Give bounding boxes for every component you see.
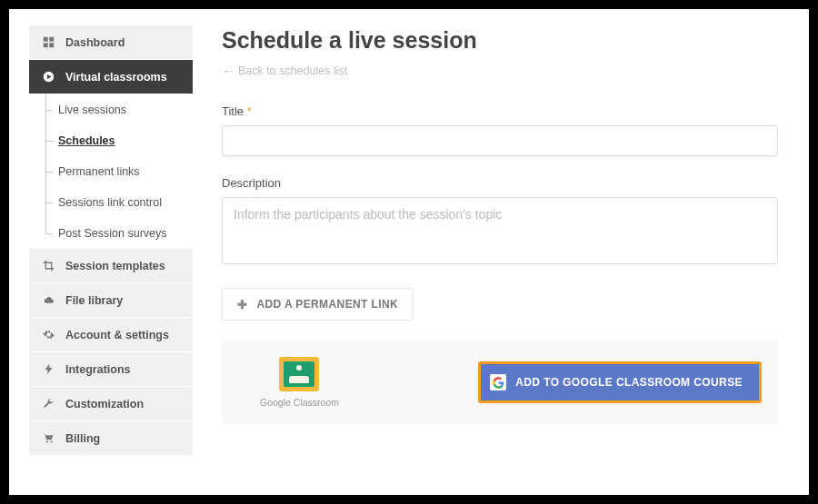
sidebar-sub-sessions-link-control[interactable]: Sessions link control xyxy=(45,187,193,218)
svg-point-8 xyxy=(50,441,52,443)
google-classroom-button-highlight: ADD TO GOOGLE CLASSROOM COURSE xyxy=(478,361,762,403)
sidebar-sub-permanent-links[interactable]: Permanent links xyxy=(45,156,193,187)
google-classroom-caption: Google Classroom xyxy=(260,397,339,408)
cart-icon xyxy=(40,432,56,444)
sidebar-item-customization[interactable]: Customization xyxy=(29,387,193,421)
description-field: Description xyxy=(222,176,778,268)
sidebar-sub-label: Schedules xyxy=(58,134,115,147)
sidebar-subnav-virtual: Live sessions Schedules Permanent links … xyxy=(29,94,193,249)
back-link-label: Back to schedules list xyxy=(238,64,347,77)
plus-icon: ✚ xyxy=(237,298,247,311)
page-title: Schedule a live session xyxy=(222,27,778,54)
required-mark: * xyxy=(247,104,252,118)
svg-point-7 xyxy=(45,441,47,443)
sidebar-item-label: Dashboard xyxy=(65,36,125,49)
add-permanent-link-button[interactable]: ✚ ADD A PERMANENT LINK xyxy=(222,288,414,321)
gear-icon xyxy=(40,329,56,341)
sidebar-sub-label: Post Session surveys xyxy=(58,227,167,240)
wrench-icon xyxy=(40,398,56,410)
sidebar: Dashboard Virtual classrooms Live sessio… xyxy=(29,25,193,495)
google-classroom-panel: Google Classroom ADD TO GOOGLE CLASSROOM… xyxy=(222,341,778,424)
add-to-google-classroom-button[interactable]: ADD TO GOOGLE CLASSROOM COURSE xyxy=(481,364,759,400)
sidebar-sub-label: Permanent links xyxy=(58,165,140,178)
sidebar-sub-label: Sessions link control xyxy=(58,196,162,209)
main-content: Schedule a live session ← Back to schedu… xyxy=(193,25,789,495)
sidebar-item-billing[interactable]: Billing xyxy=(29,421,193,456)
svg-rect-2 xyxy=(43,43,47,47)
google-classroom-logo-icon xyxy=(279,357,319,391)
google-g-icon xyxy=(490,374,506,390)
sidebar-sub-schedules[interactable]: Schedules xyxy=(45,125,193,156)
cloud-icon xyxy=(40,294,56,306)
description-input[interactable] xyxy=(222,197,778,264)
sidebar-sub-post-session-surveys[interactable]: Post Session surveys xyxy=(45,218,193,249)
title-label-text: Title xyxy=(222,104,244,118)
sidebar-item-label: Customization xyxy=(65,398,144,410)
sidebar-item-virtual-classrooms[interactable]: Virtual classrooms xyxy=(29,60,193,94)
sidebar-sub-label: Live sessions xyxy=(58,104,126,116)
sidebar-item-file-library[interactable]: File library xyxy=(29,283,193,318)
svg-rect-1 xyxy=(49,37,54,42)
sidebar-item-label: Account & settings xyxy=(65,329,169,341)
sidebar-item-label: Billing xyxy=(65,432,100,445)
back-to-schedules-link[interactable]: ← Back to schedules list xyxy=(222,64,347,78)
google-classroom-brand: Google Classroom xyxy=(260,357,339,408)
bolt-icon xyxy=(40,363,56,375)
add-permanent-link-label: ADD A PERMANENT LINK xyxy=(256,298,398,311)
sidebar-item-label: File library xyxy=(65,294,123,307)
play-circle-icon xyxy=(40,71,56,83)
add-to-google-classroom-label: ADD TO GOOGLE CLASSROOM COURSE xyxy=(515,376,743,389)
svg-marker-6 xyxy=(45,364,52,374)
sidebar-item-integrations[interactable]: Integrations xyxy=(29,352,193,387)
title-label: Title * xyxy=(222,104,778,118)
sidebar-item-label: Session templates xyxy=(65,260,165,272)
svg-rect-0 xyxy=(43,37,47,42)
description-label: Description xyxy=(222,176,778,190)
title-input[interactable] xyxy=(222,125,778,156)
title-field: Title * xyxy=(222,104,778,156)
dashboard-icon xyxy=(40,36,56,48)
sidebar-item-session-templates[interactable]: Session templates xyxy=(29,249,193,283)
sidebar-item-label: Virtual classrooms xyxy=(65,71,167,84)
crop-icon xyxy=(40,260,56,272)
sidebar-item-label: Integrations xyxy=(65,363,131,376)
sidebar-sub-live-sessions[interactable]: Live sessions xyxy=(45,94,193,125)
sidebar-item-account-settings[interactable]: Account & settings xyxy=(29,318,193,352)
sidebar-item-dashboard[interactable]: Dashboard xyxy=(29,25,193,60)
svg-rect-3 xyxy=(49,43,54,47)
arrow-left-icon: ← xyxy=(222,64,234,78)
